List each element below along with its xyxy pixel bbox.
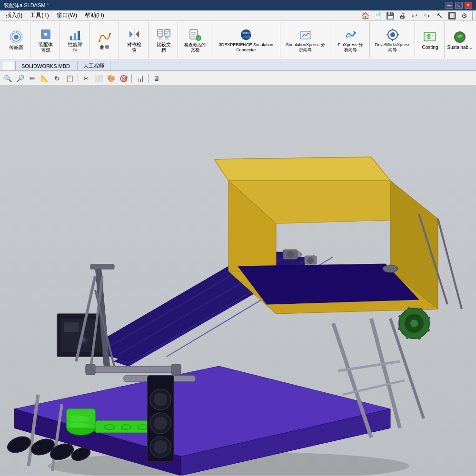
svg-text:3DEXP: 3DEXP	[242, 32, 252, 35]
tb2-color[interactable]: 🎨	[105, 73, 117, 84]
toolbar-print[interactable]: 🖨	[397, 10, 408, 21]
svg-text:档: 档	[159, 37, 162, 40]
tb2-sep1	[78, 74, 78, 83]
tb2-chart[interactable]: 📊	[134, 73, 146, 84]
svg-text:CAD: CAD	[14, 466, 37, 476]
tb2-rotate[interactable]: ↻	[51, 73, 63, 84]
symmetry-button[interactable]: 对称检查	[123, 26, 145, 54]
svg-rect-87	[64, 322, 79, 332]
simxpress-button[interactable]: SimulationXpress 分析向导	[284, 26, 327, 54]
title-bar-controls: — □ ✕	[446, 2, 472, 9]
ribbon-tabs: SOLIDWORKS MBD 大工程师	[0, 59, 476, 70]
ribbon-group-compare-items: 档 档 比较文档	[152, 23, 175, 57]
svg-rect-7	[70, 36, 72, 40]
maximize-button[interactable]: □	[455, 2, 463, 9]
svg-point-12	[109, 33, 111, 35]
toolbar-home[interactable]: 🏠	[359, 10, 371, 21]
ribbon-group-compare: 档 档 比较文档	[149, 22, 178, 58]
assembly-visual-button[interactable]: 装配体直观	[34, 26, 57, 54]
svg-rect-9	[78, 31, 80, 40]
perf-button[interactable]: 性能评估	[64, 26, 86, 54]
ribbon-group-symmetry: 对称检查	[120, 22, 149, 58]
svg-rect-77	[407, 307, 410, 312]
tb2-zoom[interactable]: 🔎	[14, 73, 26, 84]
ribbon-group-sustain: Sustainab...	[446, 22, 474, 58]
costing-button[interactable]: $ Costing	[419, 29, 440, 51]
toolbar-new[interactable]: 📄	[372, 10, 383, 21]
menu-tools[interactable]: 工具(T)	[26, 10, 52, 20]
tb2-cut[interactable]: ✂	[80, 73, 92, 84]
sustain-button[interactable]: Sustainab...	[446, 29, 475, 51]
menu-insert[interactable]: 插入(I)	[2, 10, 26, 20]
tb2-copy[interactable]: 📋	[64, 73, 75, 84]
close-button[interactable]: ✕	[465, 2, 472, 9]
viewport-canvas[interactable]: ✱	[0, 86, 476, 476]
toolbar-undo[interactable]: ↩	[409, 10, 420, 21]
tb2-search[interactable]: 🔍	[2, 73, 13, 84]
3d-scene-svg: ✱	[0, 86, 476, 476]
ribbon-tab-main[interactable]	[2, 61, 14, 70]
tb2-measure[interactable]: 📐	[39, 73, 50, 84]
3dexp-button[interactable]: 3DEXP ERIENCE 3DEXPERIENCE Simulation Co…	[215, 26, 277, 54]
toolbar-select[interactable]: 🔲	[446, 10, 457, 21]
ribbon-group-perf: 性能评估	[61, 22, 89, 58]
svg-point-6	[44, 33, 47, 36]
menu-window[interactable]: 窗口(W)	[53, 10, 81, 20]
symmetry-icon	[127, 27, 142, 42]
tb2-draw[interactable]: ✏	[27, 73, 38, 84]
tb2-rect[interactable]: ⬜	[93, 73, 104, 84]
secondary-toolbar: 🔍 🔎 ✏ 📐 ↻ 📋 ✂ ⬜ 🎨 🎯 📊 🖥	[0, 71, 476, 86]
minimize-button[interactable]: —	[446, 2, 453, 9]
ribbon-group-sensor: 传感器	[2, 22, 30, 58]
menu-bar: 插入(I) 工具(T) 窗口(W) 帮助(H) 🏠 📄 💾 🖨 ↩ ↪ ↖ 🔲 …	[0, 10, 476, 21]
compare-button[interactable]: 档 档 比较文档	[152, 26, 175, 54]
toolbar-options[interactable]: ⚙	[458, 10, 470, 21]
viewport[interactable]: ✱	[0, 86, 476, 476]
sensor-icon	[9, 29, 24, 45]
tb2-target[interactable]: 🎯	[118, 73, 129, 84]
ribbon-group-costing: $ Costing	[416, 22, 445, 58]
ribbon-group-3dexp-items: 3DEXP ERIENCE 3DEXPERIENCE Simulation Co…	[215, 23, 277, 57]
toolbar-redo[interactable]: ↪	[421, 10, 433, 21]
svg-point-40	[390, 32, 395, 37]
ribbon-group-sustain-items: Sustainab...	[446, 23, 475, 57]
driveworks-button[interactable]: DriveWorksXpress 向导	[373, 26, 412, 54]
ribbon-tab-mbd[interactable]: SOLIDWORKS MBD	[15, 61, 76, 70]
toolbar-save[interactable]: 💾	[384, 10, 396, 21]
check-button[interactable]: ✓ 检查激活的文档	[182, 26, 208, 54]
svg-rect-83	[398, 327, 403, 330]
svg-marker-14	[129, 31, 133, 38]
svg-point-110	[154, 417, 167, 430]
sensor-button[interactable]: 传感器	[6, 29, 27, 51]
ribbon: 传感器 装配体直观	[0, 21, 476, 71]
ribbon-group-check-items: ✓ 检查激活的文档	[182, 23, 208, 57]
floxpress-button[interactable]: FloXpress 分析向导	[334, 26, 367, 54]
toolbar-cursor[interactable]: ↖	[434, 10, 445, 21]
tb2-sep2	[131, 74, 132, 83]
ribbon-group-driveworks-items: DriveWorksXpress 向导	[373, 23, 412, 57]
svg-point-11	[99, 40, 100, 42]
svg-point-125	[287, 251, 294, 258]
svg-rect-95	[86, 366, 181, 373]
ribbon-group-simxpress: SimulationXpress 分析向导	[281, 22, 331, 58]
svg-marker-15	[136, 31, 139, 38]
svg-rect-91	[90, 264, 114, 269]
title-bar: 装配体a.SLDASM * — □ ✕	[0, 0, 476, 10]
svg-point-109	[154, 393, 167, 406]
svg-rect-79	[426, 317, 430, 320]
ribbon-group-simxpress-items: SimulationXpress 分析向导	[284, 23, 327, 57]
simxpress-icon	[298, 27, 313, 42]
menu-help[interactable]: 帮助(H)	[81, 10, 108, 20]
tb2-monitor[interactable]: 🖥	[151, 73, 162, 84]
ribbon-group-perf-items: 性能评估	[64, 23, 86, 57]
svg-point-0	[14, 35, 19, 39]
3dexp-icon: 3DEXP ERIENCE	[238, 27, 254, 42]
driveworks-icon	[385, 27, 400, 42]
curvature-icon	[97, 29, 112, 45]
svg-point-111	[154, 440, 167, 454]
svg-rect-16	[158, 29, 163, 36]
curvature-button[interactable]: 曲率	[94, 29, 115, 51]
ribbon-tab-engineer[interactable]: 大工程师	[77, 61, 110, 70]
svg-rect-97	[86, 364, 95, 375]
svg-rect-81	[418, 335, 421, 340]
